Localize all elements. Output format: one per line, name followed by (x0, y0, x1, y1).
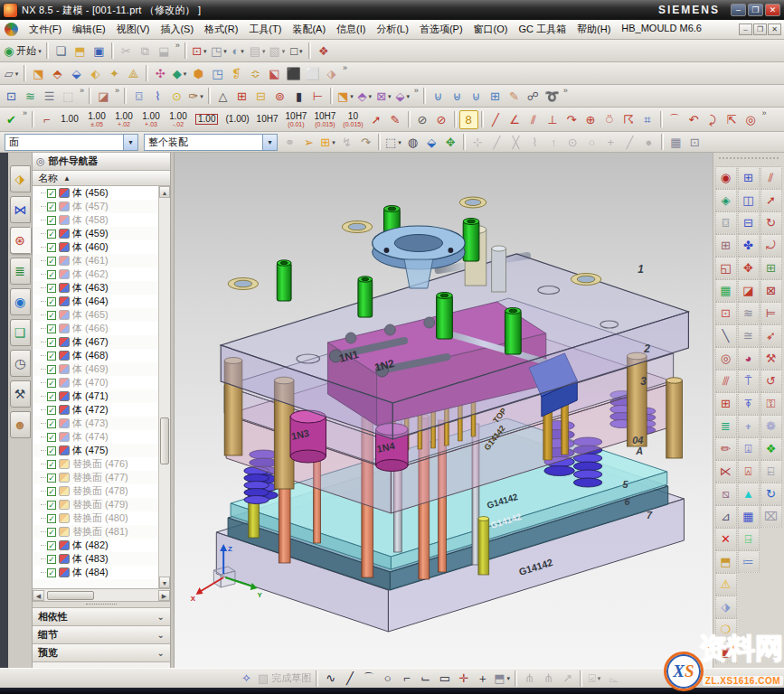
spring-tool-icon[interactable]: ⌇ (148, 87, 167, 106)
scroll-right-icon[interactable]: ▶ (158, 590, 170, 601)
panel-icon[interactable]: ◎ (715, 347, 737, 370)
section-1[interactable]: 细节⌄ (33, 626, 170, 644)
checkbox-icon[interactable]: ✓ (47, 433, 56, 442)
panel-icon[interactable]: ✏ (715, 437, 737, 460)
subtract-icon[interactable]: ◳ (208, 64, 227, 83)
part-navigator-tab[interactable]: ⊛ (10, 227, 31, 254)
checkbox-icon[interactable]: ✓ (47, 446, 56, 455)
revolve-icon[interactable]: ⬘ (48, 64, 67, 83)
pin-icon[interactable]: ◎ (36, 155, 45, 167)
angle-icon[interactable]: ∠ (505, 110, 524, 129)
panel-icon[interactable]: ≣ (715, 415, 737, 437)
tolerance-option[interactable]: 10H7(0.01) (282, 109, 311, 129)
circle-dot-icon[interactable]: ◎ (741, 110, 760, 129)
panel-icon[interactable]: ❍ (715, 618, 737, 641)
panel-icon[interactable]: ▦ (738, 505, 760, 528)
navigator-item[interactable]: ✓替换面 (477) (34, 471, 158, 484)
panel-icon[interactable]: ⊞ (715, 392, 737, 415)
barrel-row2-icon[interactable]: ⊎ (448, 87, 467, 106)
panel-icon[interactable]: ⊨ (760, 302, 782, 324)
extrude-cyl-icon[interactable]: ⌼ (129, 87, 148, 106)
checkbox-icon[interactable]: ✓ (47, 379, 56, 388)
menu-item-2[interactable]: 视图(V) (111, 21, 156, 38)
eraser-icon[interactable]: ◪ (94, 87, 113, 106)
panel-icon[interactable]: ✤ (738, 234, 760, 257)
table-view-icon[interactable]: ▦ (666, 133, 685, 152)
navigator-item[interactable]: ✓体 (459) (34, 227, 158, 240)
navigator-item[interactable]: ✓替换面 (478) (34, 484, 158, 498)
navigator-item[interactable]: ✓体 (484) (34, 566, 158, 579)
panel-icon[interactable]: ➶ (760, 324, 782, 347)
checkbox-icon[interactable]: ✓ (47, 352, 56, 361)
horizontal-scrollbar[interactable]: ◀ ▶ (33, 589, 170, 602)
history-tab[interactable]: ◷ (10, 350, 31, 377)
navigator-item[interactable]: ✓体 (482) (34, 539, 158, 552)
combo-dropdown-icon[interactable]: ▼ (262, 135, 277, 150)
pattern-blue-icon[interactable]: ⌗ (638, 110, 657, 129)
navigator-item[interactable]: ✓体 (462) (34, 267, 158, 281)
menu-item-7[interactable]: 信息(I) (331, 21, 371, 38)
menu-item-6[interactable]: 装配(A) (287, 21, 331, 38)
checkbox-icon[interactable]: ✓ (47, 460, 56, 469)
inspect-icon[interactable]: ☍ (524, 87, 543, 106)
toolbar-overflow-icon[interactable]: » (762, 108, 767, 117)
panel-icon[interactable]: ▣ (715, 641, 737, 663)
checkbox-icon[interactable]: ✓ (47, 541, 56, 550)
studio-spline-icon[interactable]: ∿ (321, 669, 340, 688)
role-palette-icon[interactable]: ❖ (314, 42, 333, 61)
panel-icon[interactable]: ⚿ (760, 392, 782, 415)
navigator-item[interactable]: ✓体 (465) (34, 308, 158, 322)
menu-item-8[interactable]: 分析(L) (371, 21, 413, 38)
sweep-icon[interactable]: ✦ (105, 64, 124, 83)
pattern-curve-icon[interactable]: ⍃▾ (585, 669, 604, 688)
sketch-orange-icon[interactable]: ✎ (505, 87, 524, 106)
save-icon[interactable]: ▣ (90, 42, 109, 61)
checkbox-icon[interactable]: ✓ (47, 514, 56, 523)
shaded-cube-icon[interactable]: ⬙ (422, 133, 441, 152)
snap-mid-icon[interactable]: ⊹ (468, 133, 487, 152)
checkbox-icon[interactable]: ✓ (47, 216, 56, 225)
toolbar-overflow-icon[interactable]: » (80, 85, 84, 95)
navigator-item[interactable]: ✓体 (461) (34, 254, 158, 267)
datum-plane-icon[interactable]: ▱▾ (2, 64, 21, 83)
checkbox-icon[interactable]: ✓ (47, 406, 56, 415)
layer-list-icon[interactable]: ☰ (40, 87, 59, 106)
panel-icon[interactable]: ≔ (738, 550, 760, 573)
toolbar-overflow-icon[interactable]: » (115, 85, 119, 95)
panel-drag-handle[interactable] (719, 157, 779, 164)
paste-icon[interactable]: ⬓ (155, 42, 174, 61)
panel-icon[interactable]: ⧅ (715, 483, 737, 505)
profile-line-icon[interactable]: ╱ (340, 669, 359, 688)
panel-icon[interactable]: ⫻ (715, 370, 737, 392)
name-column-header[interactable]: 名称 ▲ (33, 171, 170, 186)
move-object-icon[interactable]: ✥ (441, 133, 460, 152)
snap-point-icon[interactable]: + (601, 133, 620, 152)
mold-cube-warn-icon[interactable]: ⬘▾ (355, 87, 374, 106)
checkbox-icon[interactable]: ✓ (47, 338, 56, 347)
navigator-item[interactable]: ✓替换面 (481) (34, 525, 158, 539)
tangent-icon[interactable]: ↷ (562, 110, 581, 129)
box-select2-icon[interactable]: ⊞ (486, 87, 505, 106)
equal-icon[interactable]: ⍥ (600, 110, 619, 129)
panel-icon[interactable]: ▦ (715, 279, 737, 302)
shaded-view-icon[interactable]: ◳▾ (209, 42, 229, 61)
table-icon[interactable]: ⊞ (232, 87, 251, 106)
linked-circles-icon[interactable]: ⊚ (270, 87, 289, 106)
panel-icon[interactable]: ╲ (715, 324, 737, 347)
tolerance-option[interactable]: 1.00 (192, 109, 222, 129)
hook-icon[interactable]: ❡ (227, 64, 246, 83)
unite-icon[interactable]: ⬢ (189, 64, 208, 83)
mold-cube-r-icon[interactable]: ⬙▾ (393, 87, 412, 106)
internet-browser-tab[interactable]: ◉ (10, 288, 31, 315)
combo-dropdown-icon[interactable]: ▼ (123, 135, 137, 150)
cone-icon[interactable]: ⟁ (124, 64, 143, 83)
tolerance-option[interactable]: 1.00-.02 (165, 109, 192, 129)
checkbox-icon[interactable]: ✓ (47, 257, 56, 266)
scroll-left-icon[interactable]: ◀ (33, 590, 44, 601)
panel-icon[interactable]: ⚠ (715, 573, 737, 596)
block-icon[interactable]: ⬙ (67, 64, 86, 83)
toolbar-overflow-icon[interactable]: » (23, 108, 27, 117)
vertical-scrollbar[interactable]: ▲ ▼ (158, 186, 170, 588)
navigator-item[interactable]: ✓体 (468) (34, 349, 158, 362)
panel-icon[interactable]: ↻ (760, 483, 782, 505)
